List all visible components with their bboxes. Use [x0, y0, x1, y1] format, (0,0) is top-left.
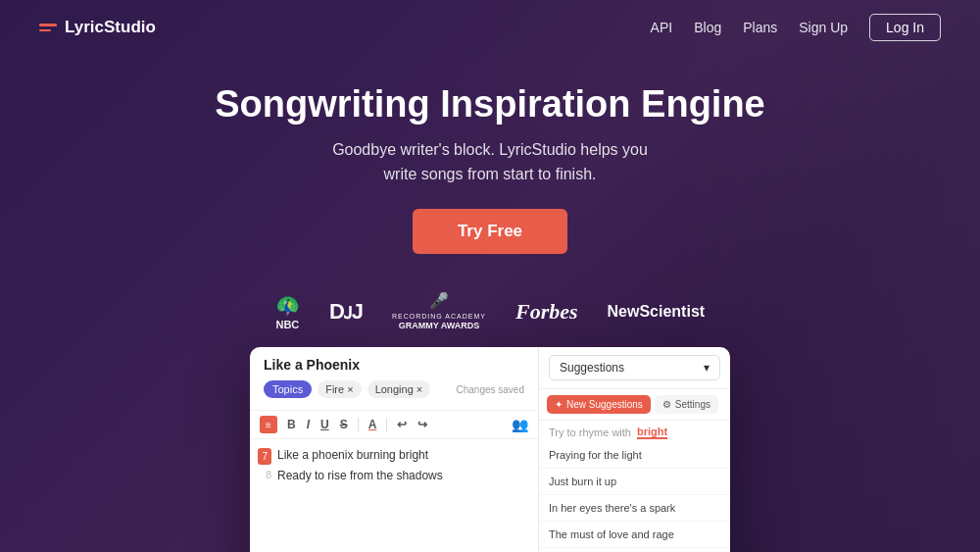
nav-api[interactable]: API [651, 20, 673, 35]
suggestions-header: Suggestions ▾ [539, 347, 730, 389]
suggestion-item-4[interactable]: The winds of time prepare to fly [539, 548, 730, 552]
sparkle-icon: ✦ [555, 399, 563, 410]
line-numbers: 7 8 [250, 445, 277, 485]
line-number-7: 7 [250, 446, 271, 465]
bold-button[interactable]: B [282, 415, 301, 434]
nav-blog[interactable]: Blog [694, 20, 721, 35]
editor-content: 7 8 Like a phoenix burning bright Ready … [250, 439, 538, 491]
nav-plans[interactable]: Plans [743, 20, 777, 35]
editor-toolbar: ≡ B I U S A ↩ ↪ 👥 [250, 410, 538, 439]
suggestion-items: Praying for the light Just burn it up In… [539, 442, 730, 552]
suggestions-tabs: ✦ New Suggestions ⚙ Settings [539, 389, 730, 421]
toolbar-separator-2 [386, 418, 387, 431]
chevron-down-icon: ▾ [704, 361, 710, 375]
editor-panel: Like a Phoenix Topics Fire × Longing × C… [250, 347, 730, 552]
toolbar-separator-1 [358, 418, 359, 431]
rhyme-word: bright [637, 426, 667, 439]
editor-tags: Topics Fire × Longing × Changes saved [264, 380, 524, 398]
underline-button[interactable]: U [316, 415, 334, 434]
strikethrough-button[interactable]: S [335, 415, 353, 434]
line-indicator: ≡ [260, 416, 277, 433]
rhyme-label: Try to rhyme with [549, 427, 631, 438]
login-button[interactable]: Log In [869, 14, 941, 41]
app-preview: Like a Phoenix Topics Fire × Longing × C… [0, 347, 980, 552]
suggestion-item-1[interactable]: Just burn it up [539, 469, 730, 495]
color-button[interactable]: A [364, 415, 382, 434]
hero-subtitle: Goodbye writer's block. LyricStudio help… [20, 137, 960, 187]
suggestions-dropdown[interactable]: Suggestions ▾ [549, 355, 720, 380]
new-suggestions-tab[interactable]: ✦ New Suggestions [547, 395, 651, 414]
changes-saved-label: Changes saved [457, 384, 525, 395]
settings-tab[interactable]: ⚙ Settings [655, 395, 718, 414]
line-number-8: 8 [250, 465, 271, 484]
editor-left: Like a Phoenix Topics Fire × Longing × C… [250, 347, 539, 552]
hero-section: Songwriting Inspiration Engine Goodbye w… [0, 55, 980, 272]
editor-line-1[interactable]: Like a phoenix burning bright [277, 445, 528, 465]
topics-button[interactable]: Topics [264, 380, 312, 398]
press-logos: 🦚 NBC DᴊJ 🎤 RECORDING ACADEMY GRAMMY AWA… [0, 291, 980, 332]
tag-longing[interactable]: Longing × [368, 380, 431, 398]
editor-title: Like a Phoenix [264, 357, 524, 373]
navbar: LyricStudio API Blog Plans Sign Up Log I… [0, 0, 980, 55]
editor-header: Like a Phoenix Topics Fire × Longing × C… [250, 347, 538, 410]
editor-line-2[interactable]: Ready to rise from the shadows [277, 466, 528, 485]
suggestion-item-0[interactable]: Praying for the light [539, 442, 730, 469]
redo-button[interactable]: ↪ [413, 415, 432, 434]
nav-links: API Blog Plans Sign Up Log In [651, 14, 941, 41]
suggestion-item-2[interactable]: In her eyes there's a spark [539, 495, 730, 522]
rhyme-row: Try to rhyme with bright [539, 421, 730, 442]
italic-button[interactable]: I [302, 415, 315, 434]
collaborators-icon[interactable]: 👥 [512, 417, 528, 432]
hero-title: Songwriting Inspiration Engine [20, 82, 960, 127]
try-free-button[interactable]: Try Free [413, 209, 567, 254]
press-nbc: 🦚 NBC [275, 293, 300, 330]
press-grammy: 🎤 RECORDING ACADEMY GRAMMY AWARDS [392, 291, 486, 332]
suggestion-item-3[interactable]: The must of love and rage [539, 522, 730, 548]
suggestions-panel: Suggestions ▾ ✦ New Suggestions ⚙ Settin… [539, 347, 730, 552]
nbc-icon: 🦚 [275, 293, 300, 317]
editor-lines[interactable]: Like a phoenix burning bright Ready to r… [277, 445, 538, 485]
logo-icon [39, 24, 57, 31]
suggestions-dropdown-label: Suggestions [560, 361, 624, 375]
press-dj: DᴊJ [329, 299, 363, 325]
undo-button[interactable]: ↩ [392, 415, 412, 434]
toolbar-right: 👥 [512, 416, 528, 433]
press-newscientist: NewScientist [608, 303, 706, 321]
logo-text: LyricStudio [65, 18, 156, 37]
nav-signup[interactable]: Sign Up [799, 20, 848, 35]
gear-icon: ⚙ [662, 399, 671, 410]
press-forbes: Forbes [515, 299, 578, 325]
app-card: Like a Phoenix Topics Fire × Longing × C… [250, 347, 730, 552]
logo[interactable]: LyricStudio [39, 18, 156, 37]
tag-fire[interactable]: Fire × [318, 380, 361, 398]
